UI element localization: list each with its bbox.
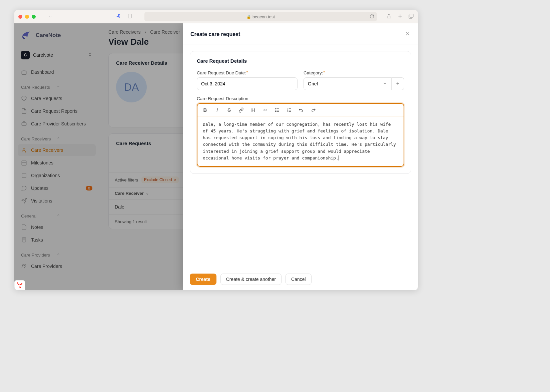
url-bar[interactable]: 🔒 beacon.test xyxy=(144,12,377,21)
create-another-button[interactable]: Create & create another xyxy=(220,274,282,285)
bullet-list-icon[interactable] xyxy=(274,107,280,113)
field-label: Care Request Description xyxy=(197,96,404,101)
bold-icon[interactable]: B xyxy=(202,107,208,113)
svg-text:3: 3 xyxy=(287,110,288,112)
create-care-request-panel: Create care request Care Request Details… xyxy=(183,23,418,290)
modal-footer: Create Create & create another Cancel xyxy=(183,268,418,290)
cancel-button[interactable]: Cancel xyxy=(286,274,312,285)
editor-toolbar: B I S H 123 xyxy=(197,104,404,116)
plus-icon[interactable] xyxy=(397,13,403,20)
browser-window: 🔒 beacon.test CareNote C CareNote xyxy=(14,10,418,290)
sidebar-toggle-icon[interactable] xyxy=(42,15,44,18)
italic-icon[interactable]: I xyxy=(214,107,220,113)
svg-point-30 xyxy=(275,108,276,109)
app-shell: CareNote C CareNote Dashboard Care Reque… xyxy=(14,23,418,290)
close-window-icon[interactable] xyxy=(18,15,22,19)
browser-toolbar: 🔒 beacon.test xyxy=(14,10,418,23)
strike-icon[interactable]: S xyxy=(226,107,232,113)
add-category-button[interactable]: + xyxy=(392,77,404,90)
minimize-window-icon[interactable] xyxy=(25,15,29,19)
redo-icon[interactable] xyxy=(310,107,316,113)
svg-rect-6 xyxy=(410,14,413,17)
svg-point-32 xyxy=(275,111,276,111)
new-tab-icon[interactable] xyxy=(127,13,132,20)
link-icon[interactable] xyxy=(238,107,244,113)
pin-icon[interactable] xyxy=(115,12,123,21)
create-button[interactable]: Create xyxy=(190,274,216,285)
modal-title: Create care request xyxy=(190,31,405,37)
refresh-icon[interactable] xyxy=(370,14,374,20)
heading-icon[interactable]: H xyxy=(250,107,256,113)
field-label: Category:* xyxy=(304,70,404,75)
maximize-window-icon[interactable] xyxy=(32,15,36,19)
forward-button[interactable] xyxy=(62,15,64,18)
category-select[interactable]: Grief xyxy=(304,77,392,90)
quote-icon[interactable] xyxy=(262,107,268,113)
chevron-down-icon xyxy=(383,81,387,87)
svg-point-31 xyxy=(275,110,276,110)
window-controls xyxy=(18,15,36,19)
section-title: Care Request Details xyxy=(197,58,404,64)
care-request-details-section: Care Request Details Care Request Due Da… xyxy=(190,51,411,174)
debug-icon[interactable] xyxy=(14,280,25,290)
tabs-icon[interactable] xyxy=(408,13,414,20)
undo-icon[interactable] xyxy=(298,107,304,113)
field-label: Care Request Due Date:* xyxy=(197,70,298,75)
due-date-input[interactable]: Oct 3, 2024 xyxy=(197,77,298,90)
ordered-list-icon[interactable]: 123 xyxy=(286,107,292,113)
description-textarea[interactable]: Dale, a long-time member of our congrega… xyxy=(197,116,404,166)
due-date-field: Care Request Due Date:* Oct 3, 2024 xyxy=(197,70,298,90)
share-icon[interactable] xyxy=(386,13,392,20)
url-text: beacon.test xyxy=(252,14,275,19)
svg-rect-2 xyxy=(128,14,131,18)
description-editor: B I S H 123 Dale, a lo xyxy=(197,103,404,167)
dropdown-icon[interactable] xyxy=(47,13,54,20)
lock-icon: 🔒 xyxy=(246,15,251,19)
category-field: Category:* Grief + xyxy=(304,70,404,90)
back-button[interactable] xyxy=(56,15,59,18)
